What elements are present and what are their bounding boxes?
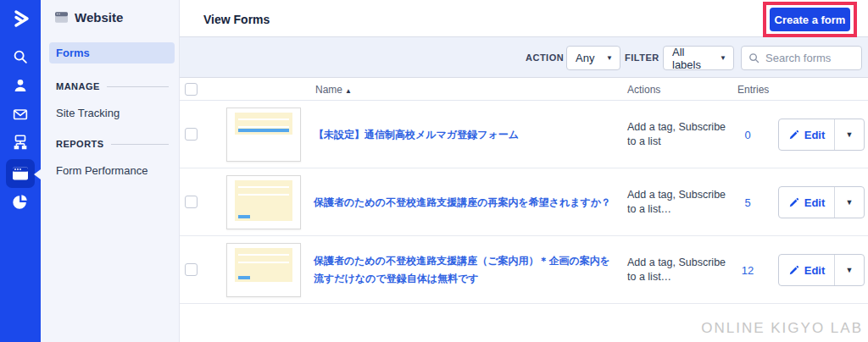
labels-filter-dropdown[interactable]: All labels ▼ [663, 46, 734, 70]
section-header-reports-label: REPORTS [56, 139, 104, 149]
column-header-name[interactable]: Name▲ [315, 84, 352, 96]
name-cell: 保護者のための不登校進路支援講座の再案内を希望されますか？ [314, 168, 617, 236]
watermark: ONLINE KIGYO LAB [701, 320, 863, 337]
section-header-reports: REPORTS [56, 139, 169, 149]
page-title: View Forms [203, 13, 270, 26]
sidebar-item-forms[interactable]: Forms [49, 42, 175, 63]
form-thumbnail[interactable] [226, 243, 301, 297]
create-form-button[interactable]: Create a form [770, 8, 850, 31]
action-dropdown-value: Any [576, 52, 594, 64]
sidebar-item-website-active[interactable] [6, 159, 35, 188]
name-cell: 保護者のための不登校進路支援講座（ご案内用）＊企画の案内を流すだけなので登録自体… [314, 236, 617, 304]
labels-filter-value: All labels [672, 46, 713, 71]
filter-label: FILTER [625, 52, 659, 63]
name-cell: 【未設定】通信制高校メルマガ登録フォーム [314, 101, 617, 168]
sidebar-header: Website [54, 10, 123, 25]
entries-cell: 12 [731, 236, 765, 304]
entries-cell: 0 [731, 101, 765, 168]
form-name-link[interactable]: 保護者のための不登校進路支援講座（ご案内用）＊企画の案内を流すだけなので登録自体… [314, 252, 617, 288]
pencil-icon [788, 130, 799, 141]
actions-cell: Add a tag, Subscribe to a list [627, 101, 732, 168]
logo-glyph [8, 7, 32, 30]
chevron-down-icon: ▼ [720, 54, 726, 62]
campaigns-icon[interactable] [10, 104, 31, 124]
sidebar-item-forms-label: Forms [56, 47, 90, 59]
website-sidebar: Website Forms MANAGE Site Tracking REPOR… [41, 0, 180, 342]
column-header-entries: Entries [737, 84, 769, 96]
chevron-down-icon: ▼ [846, 198, 854, 207]
edit-split-button: Edit ▼ [778, 254, 865, 286]
edit-dropdown-toggle[interactable]: ▼ [835, 119, 864, 150]
filter-bar: ACTION Any ▼ FILTER All labels ▼ [180, 37, 868, 78]
search-forms-container [741, 46, 862, 70]
pencil-icon [788, 265, 799, 276]
section-header-manage: MANAGE [56, 81, 169, 91]
search-icon [748, 52, 760, 64]
chevron-down-icon: ▼ [846, 130, 854, 139]
sidebar-item-site-tracking[interactable]: Site Tracking [56, 107, 120, 119]
action-label: ACTION [526, 52, 564, 63]
main-content: View Forms Create a form ACTION Any ▼ FI… [180, 0, 868, 342]
edit-dropdown-toggle[interactable]: ▼ [835, 187, 864, 218]
edit-split-button: Edit ▼ [778, 186, 865, 218]
form-name-link[interactable]: 【未設定】通信制高校メルマガ登録フォーム [314, 126, 519, 144]
edit-split-button: Edit ▼ [778, 119, 865, 151]
column-header-actions: Actions [627, 84, 660, 96]
search-icon[interactable] [10, 47, 31, 67]
automations-icon[interactable] [10, 132, 31, 152]
edit-button[interactable]: Edit [779, 119, 835, 150]
name-header-label: Name [315, 84, 342, 96]
form-name-link[interactable]: 保護者のための不登校進路支援講座の再案内を希望されますか？ [314, 194, 611, 212]
activecampaign-logo-icon[interactable] [8, 7, 32, 30]
contacts-icon[interactable] [10, 75, 31, 96]
divider [111, 144, 169, 145]
table-row: 【未設定】通信制高校メルマガ登録フォーム Add a tag, Subscrib… [180, 101, 868, 168]
chevron-down-icon: ▼ [606, 54, 613, 62]
chevron-down-icon: ▼ [846, 266, 854, 274]
website-icon [54, 11, 69, 24]
sidebar-item-form-performance[interactable]: Form Performance [56, 164, 147, 177]
form-thumbnail[interactable] [226, 108, 301, 162]
entries-count-link[interactable]: 0 [744, 129, 750, 141]
form-preview [235, 113, 292, 135]
actions-cell: Add a tag, Subscribe to a list… [627, 168, 732, 236]
table-header-row: Name▲ Actions Entries [180, 78, 868, 101]
primary-nav-rail [0, 0, 41, 342]
entries-cell: 5 [731, 168, 765, 236]
reports-icon[interactable] [10, 191, 31, 212]
sort-asc-icon: ▲ [345, 87, 352, 95]
form-thumbnail[interactable] [226, 175, 301, 229]
browser-window-icon [12, 166, 29, 181]
action-dropdown[interactable]: Any ▼ [566, 46, 620, 70]
pencil-icon [788, 197, 799, 208]
edit-dropdown-toggle[interactable]: ▼ [835, 255, 864, 285]
entries-count-link[interactable]: 12 [742, 264, 754, 277]
table-row: 保護者のための不登校進路支援講座の再案内を希望されますか？ Add a tag,… [180, 168, 868, 236]
form-preview [235, 180, 292, 221]
actions-cell: Add a tag, Subscribe to a list… [627, 236, 732, 304]
row-checkbox[interactable] [185, 263, 198, 276]
section-header-manage-label: MANAGE [56, 81, 100, 91]
sidebar-title: Website [75, 10, 123, 25]
edit-button[interactable]: Edit [779, 187, 835, 218]
divider [107, 86, 169, 87]
page-header: View Forms [180, 0, 868, 37]
entries-count-link[interactable]: 5 [744, 196, 750, 209]
row-checkbox[interactable] [185, 196, 198, 208]
edit-button[interactable]: Edit [779, 255, 835, 285]
form-preview [235, 248, 292, 282]
active-nav-pointer [34, 169, 41, 179]
row-checkbox[interactable] [185, 128, 198, 141]
edit-button-label: Edit [804, 196, 826, 209]
edit-button-label: Edit [804, 264, 826, 277]
select-all-checkbox[interactable] [185, 83, 198, 96]
edit-button-label: Edit [804, 129, 826, 141]
table-row: 保護者のための不登校進路支援講座（ご案内用）＊企画の案内を流すだけなので登録自体… [180, 236, 868, 304]
